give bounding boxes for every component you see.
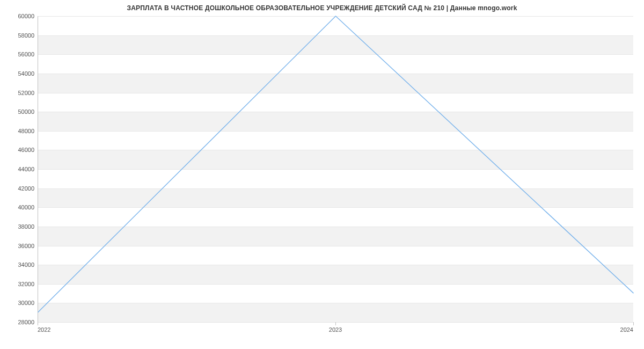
y-tick-label: 38000 xyxy=(2,223,34,230)
y-tick-label: 60000 xyxy=(2,13,34,19)
y-tick-label: 46000 xyxy=(2,147,34,153)
y-tick-label: 42000 xyxy=(2,185,34,192)
y-tick-label: 56000 xyxy=(2,51,34,57)
y-tick-label: 34000 xyxy=(2,261,34,268)
y-tick-label: 32000 xyxy=(2,281,34,287)
y-tick-label: 54000 xyxy=(2,70,34,77)
y-tick-label: 50000 xyxy=(2,108,34,115)
chart-title: ЗАРПЛАТА В ЧАСТНОЕ ДОШКОЛЬНОЕ ОБРАЗОВАТЕ… xyxy=(0,4,644,12)
y-tick-label: 48000 xyxy=(2,128,34,134)
x-tick-mark xyxy=(335,322,336,325)
plot-area xyxy=(38,16,633,322)
x-tick-mark xyxy=(633,322,634,325)
chart-container: ЗАРПЛАТА В ЧАСТНОЕ ДОШКОЛЬНОЕ ОБРАЗОВАТЕ… xyxy=(0,0,644,349)
y-tick-label: 30000 xyxy=(2,300,34,306)
line-layer xyxy=(38,16,633,322)
series-line xyxy=(38,16,633,312)
y-tick-label: 52000 xyxy=(2,90,34,96)
y-tick-label: 58000 xyxy=(2,32,34,39)
x-tick-label: 2023 xyxy=(329,326,342,333)
x-tick-mark xyxy=(38,322,38,325)
y-tick-label: 36000 xyxy=(2,243,34,249)
y-tick-label: 40000 xyxy=(2,204,34,210)
y-tick-label: 44000 xyxy=(2,166,34,172)
x-tick-label: 2022 xyxy=(38,326,50,333)
y-tick-label: 28000 xyxy=(2,319,34,325)
x-tick-label: 2024 xyxy=(620,326,633,333)
